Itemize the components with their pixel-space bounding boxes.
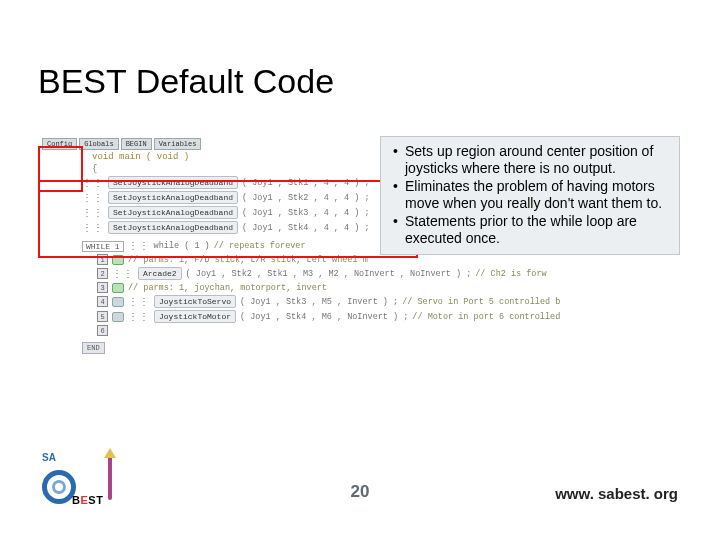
logo-sa: SA [42, 452, 56, 463]
bullet-3: Statements prior to the while loop are e… [389, 213, 673, 246]
motor-icon [112, 283, 124, 293]
end-chip: END [82, 342, 105, 354]
handle-icon: ⋮⋮ [82, 222, 104, 234]
page-number: 20 [351, 482, 370, 502]
handle-icon: ⋮⋮ [82, 207, 104, 219]
row-number: 6 [97, 325, 108, 336]
servo-icon [112, 297, 124, 307]
args: ( Joy1 , Stk2 , 4 , 4 ) ; [242, 193, 370, 203]
while-chip: WHILE 1 [82, 241, 124, 252]
args: ( Joy1 , Stk4 , 4 , 4 ) ; [242, 223, 370, 233]
fn-deadband: SetJoystickAnalogDeadband [108, 176, 238, 189]
args: ( Joy1 , Stk3 , 4 , 4 ) ; [242, 208, 370, 218]
comment: // parms: 1, joychan, motorport, invert [128, 283, 327, 293]
comment: // repeats forever [214, 241, 306, 251]
fn-deadband: SetJoystickAnalogDeadband [108, 206, 238, 219]
logo-text: BEST [72, 494, 103, 506]
motor-icon [112, 312, 124, 322]
row-number: 4 [97, 296, 108, 307]
row-number: 5 [97, 311, 108, 322]
handle-icon: ⋮⋮ [112, 268, 134, 280]
code-row-1: 1 // parms: 1, F/D stick, L/R stick, Lef… [97, 254, 662, 265]
fn-deadband: SetJoystickAnalogDeadband [108, 221, 238, 234]
while-cond: while ( 1 ) [154, 241, 210, 251]
code-row-6: 6 [97, 325, 662, 336]
args: ( Joy1 , Stk1 , 4 , 4 ) ; [242, 178, 370, 188]
comment: // Motor in port 6 controlled [412, 312, 560, 322]
handle-icon: ⋮⋮ [128, 311, 150, 323]
bullet-1: Sets up region around center position of… [389, 143, 673, 176]
args: ( Joy1 , Stk3 , M5 , Invert ) ; [240, 297, 398, 307]
tab-globals: Globals [79, 138, 118, 150]
comment: // Ch2 is forw [475, 269, 546, 279]
row-number: 2 [97, 268, 108, 279]
fn-arcade2: Arcade2 [138, 267, 182, 280]
handle-icon: ⋮⋮ [128, 240, 150, 252]
comment: // Servo in Port 5 controlled b [402, 297, 560, 307]
row-number: 3 [97, 282, 108, 293]
comment: // parms: 1, F/D stick, L/R stick, Left … [128, 255, 368, 265]
fn-deadband: SetJoystickAnalogDeadband [108, 191, 238, 204]
args: ( Joy1 , Stk2 , Stk1 , M3 , M2 , NoInver… [186, 269, 472, 279]
tab-begin: BEGIN [121, 138, 152, 150]
code-row-3: 3 // parms: 1, joychan, motorport, inver… [97, 282, 662, 293]
code-row-2: 2 ⋮⋮ Arcade2 ( Joy1 , Stk2 , Stk1 , M3 ,… [97, 267, 662, 280]
logo-st: ST [88, 494, 103, 506]
fn-joystick-motor: JoystickToMotor [154, 310, 236, 323]
gear-icon [42, 470, 76, 504]
slide: BEST Default Code Config Globals BEGIN V… [0, 0, 720, 540]
sabest-logo: SA BEST [42, 450, 132, 510]
bullet-2: Eliminates the problem of having motors … [389, 178, 673, 211]
rocket-icon [108, 456, 112, 500]
code-row-5: 5 ⋮⋮ JoystickToMotor ( Joy1 , Stk4 , M6 … [97, 310, 662, 323]
page-title: BEST Default Code [38, 62, 334, 101]
handle-icon: ⋮⋮ [128, 296, 150, 308]
tab-variables: Variables [154, 138, 202, 150]
tab-config: Config [42, 138, 77, 150]
args: ( Joy1 , Stk4 , M6 , NoInvert ) ; [240, 312, 408, 322]
motor-icon [112, 255, 124, 265]
footer-url: www. sabest. org [555, 485, 678, 502]
footer: SA BEST 20 www. sabest. org [0, 450, 720, 510]
row-number: 1 [97, 254, 108, 265]
handle-icon: ⋮⋮ [82, 177, 104, 189]
callout-box: Sets up region around center position of… [380, 136, 680, 255]
fn-joystick-servo: JoystickToServo [154, 295, 236, 308]
handle-icon: ⋮⋮ [82, 192, 104, 204]
code-row-4: 4 ⋮⋮ JoystickToServo ( Joy1 , Stk3 , M5 … [97, 295, 662, 308]
